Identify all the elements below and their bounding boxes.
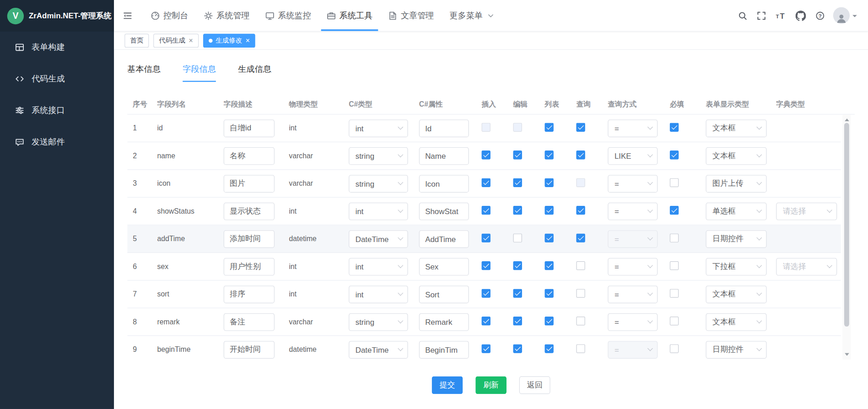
tag-gen-edit[interactable]: 生成修改× [203,33,255,47]
refresh-button[interactable]: 刷新 [475,377,507,394]
list-checkbox[interactable] [545,261,553,270]
dict-type-select[interactable]: 请选择 [776,258,837,275]
query-checkbox[interactable] [576,151,585,159]
query-checkbox[interactable] [576,317,585,325]
github-icon[interactable] [795,10,806,21]
font-size-icon[interactable]: TT [776,11,786,21]
user-avatar[interactable] [833,7,857,24]
csharp-type-select[interactable]: int [349,285,408,303]
required-checkbox[interactable] [670,178,679,187]
csharp-property-input[interactable] [419,285,469,303]
column-desc-input[interactable] [224,147,275,165]
column-desc-input[interactable] [224,313,275,331]
sidebar-item-system-api[interactable]: 系统接口 [0,95,114,126]
list-checkbox[interactable] [545,289,553,297]
submit-button[interactable]: 提交 [432,377,463,394]
list-checkbox[interactable] [545,317,553,325]
required-checkbox[interactable] [670,151,679,159]
display-type-select[interactable]: 单选框 [706,202,766,220]
edit-checkbox[interactable] [513,151,522,159]
search-icon[interactable] [738,11,748,21]
insert-checkbox[interactable] [482,206,491,215]
csharp-property-input[interactable] [419,341,469,359]
csharp-property-input[interactable] [419,147,469,165]
close-icon[interactable]: × [246,37,250,44]
query-mode-select[interactable]: LIKE [608,147,658,165]
top-menu-item-dashboard[interactable]: 控制台 [149,0,190,31]
csharp-property-input[interactable] [419,258,469,275]
edit-checkbox[interactable] [513,206,522,215]
list-checkbox[interactable] [545,178,553,187]
csharp-type-select[interactable]: string [349,147,408,165]
edit-checkbox[interactable] [513,261,522,270]
column-desc-input[interactable] [224,175,275,193]
query-checkbox[interactable] [576,206,585,215]
close-icon[interactable]: × [189,37,193,44]
column-desc-input[interactable] [224,202,275,220]
required-checkbox[interactable] [670,344,679,353]
tag-code-gen[interactable]: 代码生成× [153,33,199,47]
csharp-property-input[interactable] [419,202,469,220]
csharp-property-input[interactable] [419,313,469,331]
list-checkbox[interactable] [545,233,553,242]
insert-checkbox[interactable] [482,151,491,159]
query-mode-select[interactable]: = [608,202,658,220]
sidebar-item-code-gen[interactable]: 代码生成 [0,63,114,95]
tab-gen-info[interactable]: 生成信息 [238,61,271,82]
collapse-sidebar-icon[interactable] [123,11,133,21]
sidebar-item-form-build[interactable]: 表单构建 [0,32,114,63]
query-checkbox[interactable] [576,178,585,187]
scrollbar-thumb[interactable] [844,123,849,327]
top-menu-item-system-tools[interactable]: 系统工具 [325,0,374,31]
required-checkbox[interactable] [670,206,679,215]
csharp-property-input[interactable] [419,119,469,137]
top-menu-item-system-monitor[interactable]: 系统监控 [264,0,313,31]
query-mode-select[interactable]: = [608,119,658,137]
tab-basic-info[interactable]: 基本信息 [127,61,161,82]
query-checkbox[interactable] [576,344,585,353]
column-desc-input[interactable] [224,285,275,303]
query-mode-select[interactable]: = [608,341,658,359]
required-checkbox[interactable] [670,233,679,242]
query-checkbox[interactable] [576,261,585,270]
csharp-type-select[interactable]: string [349,313,408,331]
tag-home[interactable]: 首页 [124,33,149,47]
csharp-type-select[interactable]: int [349,119,408,137]
csharp-type-select[interactable]: int [349,258,408,275]
csharp-property-input[interactable] [419,175,469,193]
csharp-type-select[interactable]: string [349,175,408,193]
display-type-select[interactable]: 下拉框 [706,258,766,275]
back-button[interactable]: 返回 [519,377,550,394]
query-mode-select[interactable]: = [608,285,658,303]
table-scrollbar[interactable] [842,114,851,360]
fullscreen-icon[interactable] [757,11,766,21]
column-desc-input[interactable] [224,258,275,275]
insert-checkbox[interactable] [482,317,491,325]
insert-checkbox[interactable] [482,178,491,187]
display-type-select[interactable]: 日期控件 [706,341,766,359]
display-type-select[interactable]: 文本框 [706,119,766,137]
insert-checkbox[interactable] [482,123,491,132]
sidebar-item-send-mail[interactable]: 发送邮件 [0,126,114,158]
column-desc-input[interactable] [224,119,275,137]
help-icon[interactable]: ? [815,11,825,21]
required-checkbox[interactable] [670,261,679,270]
csharp-property-input[interactable] [419,230,469,248]
dict-type-select[interactable]: 请选择 [776,202,837,220]
edit-checkbox[interactable] [513,233,522,242]
scroll-up-icon[interactable] [845,116,849,121]
display-type-select[interactable]: 文本框 [706,313,766,331]
query-checkbox[interactable] [576,233,585,242]
csharp-type-select[interactable]: DateTime [349,341,408,359]
scroll-down-icon[interactable] [845,353,849,358]
tab-field-info[interactable]: 字段信息 [183,61,216,82]
column-desc-input[interactable] [224,230,275,248]
list-checkbox[interactable] [545,151,553,159]
list-checkbox[interactable] [545,123,553,132]
list-checkbox[interactable] [545,206,553,215]
csharp-type-select[interactable]: DateTime [349,230,408,248]
column-desc-input[interactable] [224,341,275,359]
insert-checkbox[interactable] [482,261,491,270]
csharp-type-select[interactable]: int [349,202,408,220]
display-type-select[interactable]: 日期控件 [706,230,766,248]
